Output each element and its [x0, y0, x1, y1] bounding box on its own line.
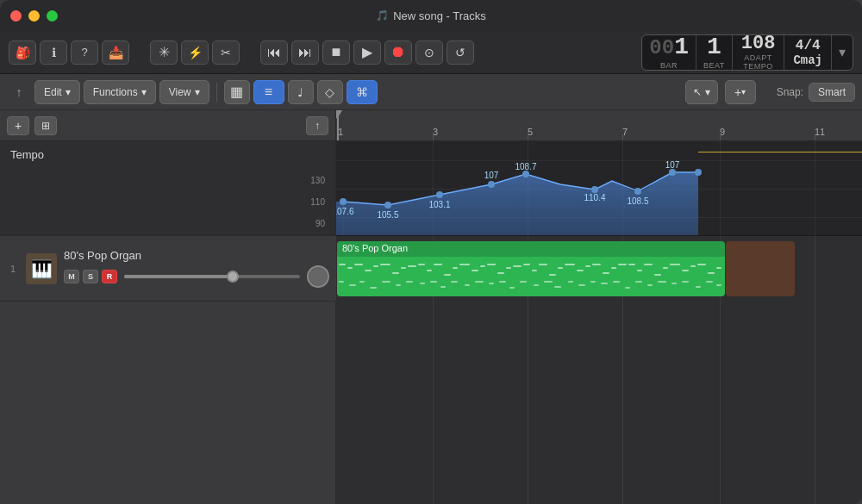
flex-view-button[interactable]: ⌘ — [347, 80, 378, 104]
grid-view-button[interactable]: ▦ — [224, 80, 250, 104]
tempo-point-6[interactable] — [591, 186, 598, 193]
solo-button[interactable]: S — [83, 270, 98, 283]
envelope-view-button[interactable]: ◇ — [317, 80, 343, 104]
stop-button[interactable]: ■ — [322, 40, 350, 65]
svg-rect-41 — [690, 265, 696, 267]
record-toggle-button[interactable]: ⊙ — [415, 40, 443, 65]
maximize-button[interactable] — [47, 10, 58, 22]
midi-region[interactable]: 80's Pop Organ — [337, 241, 725, 296]
tempo-point-5[interactable] — [522, 171, 529, 177]
tempo-track-label: Tempo — [10, 148, 325, 161]
tempo-point-2[interactable] — [384, 202, 391, 208]
svg-rect-45 — [339, 281, 344, 283]
scissors-btn[interactable]: ✂ — [212, 40, 240, 65]
rewind-button[interactable]: ⏮ — [260, 40, 288, 65]
toolbar: ↑ Edit ▾ Functions ▾ View ▾ ▦ ≡ ♩ ◇ ⌘ ↖ … — [0, 74, 862, 110]
mute-button[interactable]: M — [64, 270, 79, 283]
snap-section: Snap: Smart — [777, 83, 855, 102]
svg-rect-52 — [420, 283, 425, 284]
add-track-button[interactable]: + — [7, 116, 29, 135]
svg-rect-22 — [523, 264, 530, 265]
svg-rect-10 — [418, 264, 425, 265]
brightness-btn[interactable]: ✳ — [150, 40, 178, 65]
svg-rect-54 — [440, 286, 446, 288]
svg-rect-75 — [682, 281, 689, 283]
play-button[interactable]: ▶ — [353, 40, 381, 65]
drum-region[interactable] — [726, 241, 795, 296]
svg-rect-3 — [354, 264, 363, 265]
info-btn[interactable]: ℹ — [40, 40, 67, 65]
svg-rect-1 — [339, 264, 346, 265]
svg-rect-43 — [708, 272, 715, 274]
midi-notes-svg — [337, 257, 725, 296]
track-1-header: 1 🎹 80's Pop Organ M S R — [0, 236, 336, 302]
playhead-line — [337, 110, 339, 140]
download-btn[interactable]: 📥 — [102, 40, 129, 65]
track-1-info-left: 80's Pop Organ M S R — [64, 249, 329, 288]
svg-rect-25 — [549, 274, 556, 276]
left-panel: + ⊞ ↑ Tempo 130 110 90 1 🎹 80's Pop Orga… — [0, 110, 336, 504]
tempo-label-7: 108.5 — [627, 196, 648, 206]
tempo-point-7[interactable] — [634, 188, 641, 195]
briefcase-btn[interactable]: 🎒 — [9, 40, 36, 65]
export-button[interactable]: ↑ — [306, 116, 328, 135]
view-menu-button[interactable]: View ▾ — [159, 80, 209, 104]
tempo-label-4: 107 — [484, 171, 499, 180]
cursor-tool-button[interactable]: ↖ ▾ — [685, 80, 718, 104]
record-arm-button[interactable]: R — [102, 270, 117, 283]
lcd-beat-section: 1 BEAT — [696, 35, 733, 70]
svg-rect-72 — [647, 284, 653, 286]
minimize-button[interactable] — [28, 10, 40, 22]
group-tracks-button[interactable]: ⊞ — [34, 116, 57, 135]
edit-menu-button[interactable]: Edit ▾ — [34, 80, 80, 104]
svg-rect-61 — [520, 281, 527, 283]
lcd-display: 001 BAR 1 BEAT 108 ADAPT TEMPO 4/4 Cmaj … — [641, 34, 853, 71]
view-chevron-icon: ▾ — [195, 86, 200, 98]
snap-value[interactable]: Smart — [809, 83, 855, 102]
ruler-mark-11: 11 — [815, 127, 825, 137]
track-pan-knob[interactable] — [307, 265, 329, 288]
svg-rect-35 — [637, 270, 642, 271]
cycle-button[interactable]: ↺ — [447, 40, 474, 65]
svg-rect-63 — [544, 281, 553, 283]
svg-rect-30 — [592, 264, 601, 265]
svg-rect-66 — [578, 284, 585, 286]
eq-btn[interactable]: ⚡ — [181, 40, 209, 65]
title-bar: 🎵 New song - Tracks — [0, 0, 862, 31]
svg-rect-4 — [365, 270, 372, 271]
record-button[interactable]: ⏺ — [384, 40, 412, 65]
svg-rect-6 — [380, 264, 390, 265]
svg-rect-74 — [671, 283, 677, 284]
svg-rect-27 — [565, 264, 575, 265]
tempo-point-9[interactable] — [695, 169, 702, 176]
up-arrow-button[interactable]: ↑ — [7, 80, 31, 104]
edit-label: Edit — [44, 86, 62, 98]
tempo-track-header: Tempo 130 110 90 — [0, 141, 335, 236]
list-view-button[interactable]: ≡ — [253, 80, 284, 104]
svg-rect-40 — [682, 270, 689, 271]
help-btn[interactable]: ? — [71, 40, 98, 65]
fast-forward-button[interactable]: ⏭ — [291, 40, 319, 65]
add-tool-button[interactable]: + ▾ — [725, 80, 756, 104]
svg-rect-67 — [590, 281, 596, 283]
cursor-icon: ↖ — [693, 86, 702, 98]
tempo-point-3[interactable] — [436, 191, 443, 198]
tempo-point-8[interactable] — [669, 169, 676, 176]
svg-rect-38 — [663, 267, 668, 269]
functions-menu-button[interactable]: Functions ▾ — [84, 80, 156, 104]
lcd-beat-label: BEAT — [703, 61, 725, 70]
tempo-point-4[interactable] — [488, 181, 495, 188]
svg-rect-18 — [487, 264, 496, 265]
svg-rect-39 — [670, 264, 680, 265]
svg-rect-50 — [396, 284, 401, 286]
lcd-chevron-btn[interactable]: ▾ — [832, 35, 853, 70]
piano-view-button[interactable]: ♩ — [288, 80, 314, 104]
svg-rect-78 — [716, 284, 721, 286]
svg-rect-56 — [465, 284, 470, 286]
svg-rect-29 — [585, 265, 590, 267]
svg-rect-53 — [430, 281, 437, 283]
tempo-point-1[interactable] — [340, 198, 347, 205]
track-volume-slider[interactable] — [124, 275, 300, 278]
close-button[interactable] — [10, 10, 22, 22]
edit-chevron-icon: ▾ — [66, 86, 71, 98]
